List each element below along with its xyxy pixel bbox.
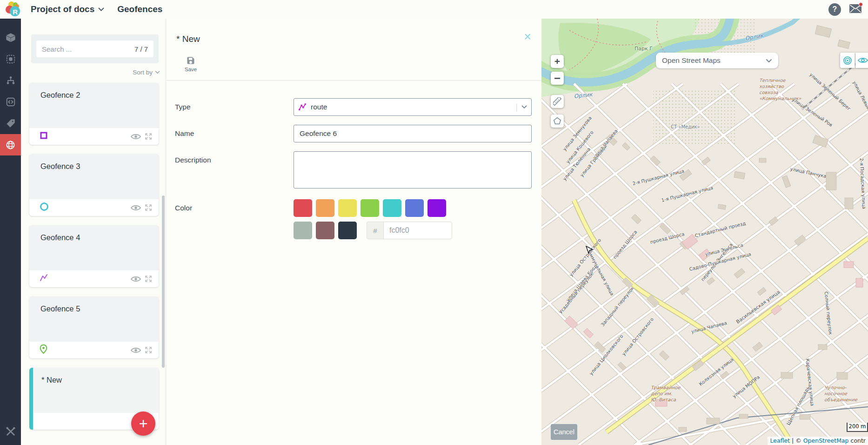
- notification-badge: [859, 2, 863, 7]
- cancel-button[interactable]: Cancel: [551, 424, 577, 440]
- map-attribution: Leaflet | © OpenStreetMap contr: [768, 437, 868, 445]
- type-label: Type: [175, 98, 294, 116]
- visibility-toggle-button[interactable]: [129, 202, 143, 213]
- eye-icon: [858, 57, 868, 64]
- add-geofence-button[interactable]: +: [131, 411, 155, 436]
- select-divider: |: [515, 102, 518, 112]
- sidebar-item-objects[interactable]: [0, 27, 21, 48]
- eye-icon: [131, 276, 141, 283]
- target-circles-icon: [843, 56, 852, 65]
- chevron-down-icon: [155, 71, 160, 74]
- name-field-row: Name: [175, 125, 532, 142]
- attribution-suffix: contr: [849, 437, 866, 444]
- mail-icon[interactable]: [849, 4, 861, 14]
- name-input[interactable]: [294, 125, 532, 142]
- chevron-down-icon: [98, 7, 104, 12]
- color-swatch[interactable]: [338, 222, 357, 239]
- color-swatch[interactable]: [383, 199, 401, 217]
- search-container: 7 / 7: [31, 34, 159, 63]
- zoom-to-geofence-button[interactable]: [143, 202, 154, 213]
- circle-type-icon: [40, 202, 49, 213]
- point-type-icon: [40, 344, 47, 356]
- color-swatch[interactable]: [316, 222, 334, 239]
- color-swatch[interactable]: [405, 199, 424, 217]
- floppy-save-icon: [186, 56, 195, 65]
- eye-icon: [131, 347, 141, 354]
- map-scale: 200 m: [847, 423, 868, 432]
- polygon-tool-button[interactable]: [551, 115, 564, 128]
- zoom-out-button[interactable]: −: [551, 72, 564, 85]
- map-layer-value: Open Street Maps: [662, 56, 766, 65]
- geofence-card-footer: [29, 342, 159, 358]
- eye-icon: [131, 204, 141, 211]
- geofence-cards: Geofence 2 Geofence 3 Geofence: [29, 83, 159, 439]
- geofence-form-panel: * New × Save Type route |: [166, 19, 541, 445]
- visibility-toggle-button[interactable]: [129, 274, 143, 284]
- locate-target-button[interactable]: [840, 53, 855, 68]
- color-swatch[interactable]: [427, 199, 446, 217]
- frame-icon: [6, 54, 16, 64]
- help-icon[interactable]: ?: [828, 3, 841, 16]
- type-field-row: Type route |: [175, 98, 532, 116]
- cube-icon: [6, 33, 16, 43]
- leaflet-link[interactable]: Leaflet: [770, 437, 790, 444]
- zoom-in-button[interactable]: +: [551, 55, 564, 68]
- hex-prefix: #: [367, 222, 383, 239]
- type-select[interactable]: route |: [294, 98, 532, 116]
- geofence-card[interactable]: Geofence 5: [29, 297, 159, 358]
- expand-icon: [145, 275, 152, 283]
- map-layer-select[interactable]: Open Street Maps: [656, 53, 778, 68]
- form-toolbar: Save: [166, 56, 541, 81]
- save-button[interactable]: Save: [185, 56, 197, 72]
- sort-by-dropdown[interactable]: Sort by: [21, 68, 160, 76]
- color-swatch[interactable]: [294, 222, 312, 239]
- color-swatch[interactable]: [338, 199, 357, 217]
- color-swatch[interactable]: [316, 199, 334, 217]
- color-palette-row-2: #: [294, 222, 532, 239]
- sidebar-item-structure[interactable]: [0, 70, 21, 91]
- zoom-to-geofence-button[interactable]: [143, 344, 154, 356]
- pentagon-icon: [553, 117, 561, 125]
- sidebar-item-zones[interactable]: [0, 48, 21, 70]
- color-swatch[interactable]: [361, 199, 379, 217]
- sidebar-item-terminal[interactable]: [0, 91, 21, 113]
- geofence-name: * New: [33, 368, 159, 384]
- sidebar-item-tools[interactable]: [0, 421, 21, 442]
- visibility-toggle-button[interactable]: [129, 131, 143, 142]
- color-label: Color: [175, 199, 294, 244]
- sidebar-item-tags[interactable]: [0, 113, 21, 134]
- search-input[interactable]: [42, 45, 134, 53]
- sidebar-item-geofences[interactable]: [0, 134, 21, 155]
- visibility-all-button[interactable]: [855, 53, 868, 68]
- attribution-separator: | ©: [790, 437, 803, 444]
- expand-icon: [145, 346, 152, 354]
- measure-tool-button[interactable]: [551, 95, 564, 108]
- chevron-down-icon: [521, 105, 527, 109]
- eye-icon: [131, 133, 141, 140]
- hex-color-input[interactable]: [383, 222, 452, 239]
- zoom-to-geofence-button[interactable]: [143, 273, 154, 284]
- geofence-card[interactable]: Geofence 3: [29, 154, 159, 216]
- form-title: * New: [176, 34, 200, 44]
- hierarchy-icon: [6, 75, 16, 86]
- color-field-row: Color: [175, 199, 532, 244]
- map-canvas: [541, 19, 868, 445]
- osm-link[interactable]: OpenStreetMap: [803, 437, 849, 444]
- close-icon[interactable]: ×: [524, 31, 531, 43]
- zoom-to-geofence-button[interactable]: [143, 131, 154, 142]
- tag-icon: [6, 118, 16, 128]
- color-swatch[interactable]: [294, 199, 312, 217]
- geofence-card[interactable]: Geofence 4: [29, 225, 159, 287]
- color-palette-row-1: [294, 199, 532, 217]
- project-selector[interactable]: Project of docs: [31, 4, 104, 14]
- polygon-type-icon: [40, 131, 48, 142]
- chevron-down-icon: [766, 59, 772, 63]
- geofence-name: Geofence 4: [29, 225, 159, 242]
- description-input[interactable]: [294, 151, 532, 189]
- geofence-card[interactable]: Geofence 2: [29, 83, 159, 145]
- ruler-icon: [553, 97, 561, 106]
- map-container[interactable]: ОрликОрликПарк ГТепличное хозяйство совх…: [541, 19, 868, 445]
- visibility-toggle-button[interactable]: [129, 345, 143, 356]
- route-type-icon: [40, 274, 48, 284]
- list-scrollbar[interactable]: [162, 196, 165, 368]
